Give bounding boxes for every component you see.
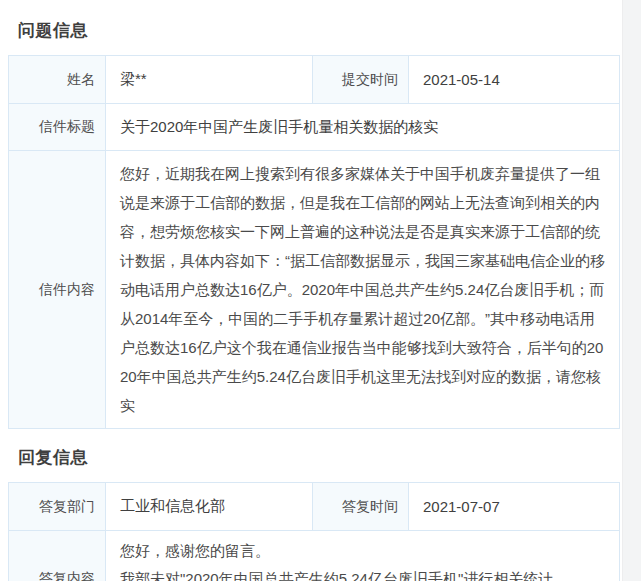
reply-content-line: 您好，感谢您的留言。 (120, 537, 607, 565)
submit-time-label: 提交时间 (313, 56, 409, 104)
letter-content-label: 信件内容 (9, 151, 106, 429)
reply-dept-value: 工业和信息化部 (106, 483, 313, 531)
table-row: 信件标题 关于2020年中国产生废旧手机量相关数据的核实 (9, 104, 620, 151)
submit-time-value: 2021-05-14 (409, 56, 620, 104)
reply-content-value: 您好，感谢您的留言。 我部未对"2020年中国总共产生约5.24亿台废旧手机"进… (106, 531, 620, 581)
letter-subject-label: 信件标题 (9, 104, 106, 151)
name-label: 姓名 (9, 56, 106, 104)
letter-subject-value: 关于2020年中国产生废旧手机量相关数据的核实 (106, 104, 620, 151)
reply-time-label: 答复时间 (313, 483, 409, 531)
question-section-title: 问题信息 (0, 0, 641, 55)
reply-time-value: 2021-07-07 (409, 483, 620, 531)
question-info-table: 姓名 梁** 提交时间 2021-05-14 信件标题 关于2020年中国产生废… (8, 55, 620, 429)
name-value: 梁** (106, 56, 313, 104)
reply-info-table: 答复部门 工业和信息化部 答复时间 2021-07-07 答复内容 您好，感谢您… (8, 482, 620, 581)
table-row: 信件内容 您好，近期我在网上搜索到有很多家媒体关于中国手机废弃量提供了一组说是来… (9, 151, 620, 429)
page-background-strip (622, 0, 641, 581)
reply-dept-label: 答复部门 (9, 483, 106, 531)
reply-content-label: 答复内容 (9, 531, 106, 581)
table-row: 答复内容 您好，感谢您的留言。 我部未对"2020年中国总共产生约5.24亿台废… (9, 531, 620, 581)
reply-section-title: 回复信息 (0, 429, 641, 482)
letter-detail-page: 问题信息 姓名 梁** 提交时间 2021-05-14 信件标题 关于2020年… (0, 0, 641, 581)
reply-content-line: 我部未对"2020年中国总共产生约5.24亿台废旧手机"进行相关统计。 (120, 565, 607, 581)
letter-content-value: 您好，近期我在网上搜索到有很多家媒体关于中国手机废弃量提供了一组说是来源于工信部… (106, 151, 620, 429)
table-row: 答复部门 工业和信息化部 答复时间 2021-07-07 (9, 483, 620, 531)
table-row: 姓名 梁** 提交时间 2021-05-14 (9, 56, 620, 104)
